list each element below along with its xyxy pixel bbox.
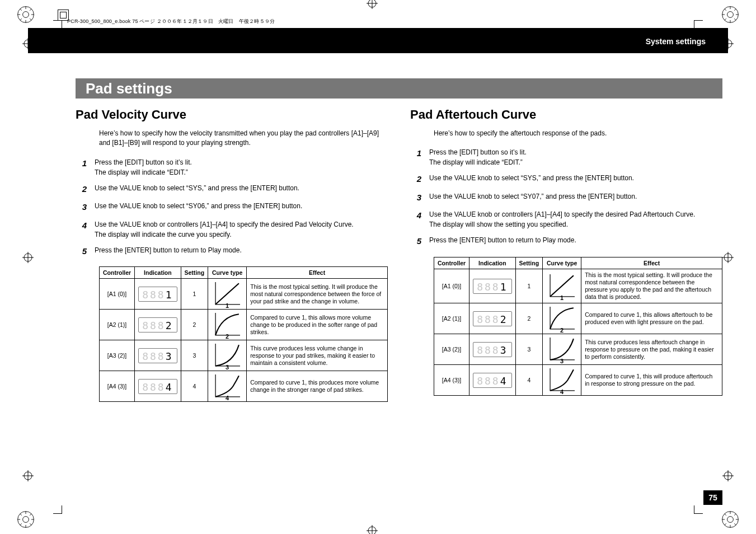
effect-cell: Compared to curve 1, this allows afterto… xyxy=(581,303,722,334)
curve-type-graph: 4 xyxy=(212,373,243,399)
crop-ornament-icon xyxy=(720,509,740,530)
curve-cell: 1 xyxy=(543,269,581,303)
steps-list: 1Press the [EDIT] button so it’s lit.The… xyxy=(410,147,722,248)
table-header: Setting xyxy=(515,257,543,269)
table-header: Indication xyxy=(469,257,515,269)
curve-type-graph: 3 xyxy=(212,343,243,368)
svg-point-7 xyxy=(727,517,734,523)
register-mark-icon xyxy=(367,0,378,9)
table-row: [A2 (1)]88822 2 Compared to curve 1, thi… xyxy=(434,303,722,334)
indication-cell: 8883 xyxy=(469,334,515,365)
heading-pad-velocity: Pad Velocity Curve xyxy=(76,107,388,122)
lcd-display: 8884 xyxy=(138,379,177,394)
page-number: 75 xyxy=(703,490,722,505)
table-header: Curve type xyxy=(543,257,581,269)
crop-ornament-icon xyxy=(720,4,740,25)
step-number: 4 xyxy=(410,209,421,229)
controller-cell: [A3 (2)] xyxy=(100,340,135,371)
curve-type-graph: 1 xyxy=(212,281,243,307)
doc-print-header: PCR-300_500_800_e.book 75 ページ ２００６年１２月１９… xyxy=(67,18,275,25)
curve-type-graph: 1 xyxy=(546,273,577,299)
step-text: Press the [EDIT] button so it’s lit.The … xyxy=(95,157,388,177)
step-subtext: The display will show the setting you sp… xyxy=(429,219,722,229)
crop-line xyxy=(53,513,62,514)
table-row: [A1 (0)]88811 1 This is the most typical… xyxy=(434,269,722,303)
step-subtext: The display will indicate “EDIT.” xyxy=(429,157,722,167)
page-content: System settings Pad settings Pad Velocit… xyxy=(28,28,728,506)
curve-type-graph: 2 xyxy=(546,306,577,331)
heading-pad-aftertouch: Pad Aftertouch Curve xyxy=(410,107,722,122)
step-text: Use the VALUE knob to select “SYS,” and … xyxy=(429,173,722,186)
indication-cell: 8884 xyxy=(469,365,515,396)
setting-cell: 3 xyxy=(181,340,208,371)
table-row: [A4 (3)]88844 4 Compared to curve 1, thi… xyxy=(100,371,388,402)
step-subtext: The display will indicate “EDIT.” xyxy=(95,167,388,177)
column-pad-aftertouch: Pad Aftertouch Curve Here’s how to speci… xyxy=(410,107,722,500)
controller-cell: [A1 (0)] xyxy=(434,269,469,303)
svg-point-1 xyxy=(23,12,29,18)
aftertouch-curve-table: ControllerIndicationSettingCurve typeEff… xyxy=(434,257,722,396)
curve-cell: 3 xyxy=(543,334,581,365)
velocity-curve-table: ControllerIndicationSettingCurve typeEff… xyxy=(99,266,388,402)
curve-cell: 4 xyxy=(208,371,247,402)
controller-cell: [A3 (2)] xyxy=(434,334,469,365)
controller-cell: [A4 (3)] xyxy=(100,371,135,402)
table-row: [A3 (2)]88833 3 This curve produces less… xyxy=(434,334,722,365)
table-header: Controller xyxy=(434,257,469,269)
table-header: Effect xyxy=(581,257,722,269)
step-item: 2Use the VALUE knob to select “SYS,” and… xyxy=(76,183,388,196)
controller-cell: [A1 (0)] xyxy=(100,279,135,310)
setting-cell: 1 xyxy=(181,279,208,310)
table-row: [A4 (3)]88844 4 Compared to curve 1, thi… xyxy=(434,365,722,396)
step-text: Press the [ENTER] button to return to Pl… xyxy=(95,245,388,258)
step-number: 2 xyxy=(410,173,421,186)
step-number: 4 xyxy=(76,219,87,240)
curve-type-graph: 4 xyxy=(546,367,577,393)
lcd-display: 8882 xyxy=(473,311,511,326)
curve-cell: 2 xyxy=(543,303,581,334)
curve-label: 3 xyxy=(212,364,243,371)
crop-line xyxy=(694,513,703,514)
step-item: 1Press the [EDIT] button so it’s lit.The… xyxy=(410,147,722,167)
table-header: Controller xyxy=(100,267,135,279)
curve-label: 2 xyxy=(546,327,577,334)
step-item: 2Use the VALUE knob to select “SYS,” and… xyxy=(410,173,722,186)
step-number: 1 xyxy=(76,157,87,177)
effect-cell: This is the most typical setting. It wil… xyxy=(247,279,388,310)
section-header: System settings xyxy=(28,28,728,53)
curve-label: 1 xyxy=(546,294,577,301)
indication-cell: 8882 xyxy=(135,310,181,340)
step-subtext: The display will indicate the curve you … xyxy=(95,229,388,240)
steps-list: 1Press the [EDIT] button so it’s lit.The… xyxy=(76,157,388,258)
step-text: Use the VALUE knob to select “SY06,” and… xyxy=(95,201,388,214)
step-item: 3Use the VALUE knob to select “SY07,” an… xyxy=(410,191,722,204)
crop-line xyxy=(694,20,694,29)
controller-cell: [A2 (1)] xyxy=(434,303,469,334)
intro-text: Here’s how to specify how the velocity t… xyxy=(99,129,388,148)
step-text: Use the VALUE knob or controllers [A1]–[… xyxy=(95,219,388,240)
register-mark-icon xyxy=(367,525,378,534)
step-text: Use the VALUE knob or controllers [A1]–[… xyxy=(429,209,722,229)
curve-label: 2 xyxy=(212,333,243,340)
curve-cell: 1 xyxy=(208,279,247,310)
page-title-bar: Pad settings xyxy=(76,78,722,99)
column-pad-velocity: Pad Velocity Curve Here’s how to specify… xyxy=(76,107,388,500)
table-header: Effect xyxy=(247,267,388,279)
table-row: [A1 (0)]88811 1 This is the most typical… xyxy=(100,279,388,310)
indication-cell: 8881 xyxy=(135,279,181,310)
table-header: Indication xyxy=(135,267,181,279)
lcd-display: 8883 xyxy=(473,342,511,357)
step-number: 1 xyxy=(410,147,421,167)
page-title: Pad settings xyxy=(86,80,172,97)
step-item: 5Press the [ENTER] button to return to P… xyxy=(410,235,722,248)
lcd-display: 8884 xyxy=(473,373,511,388)
step-text: Use the VALUE knob to select “SYS,” and … xyxy=(95,183,388,196)
curve-label: 1 xyxy=(212,302,243,309)
intro-text: Here’s how to specify the aftertouch res… xyxy=(434,129,722,138)
effect-cell: Compared to curve 1, this will produce a… xyxy=(581,365,722,396)
step-item: 1Press the [EDIT] button so it’s lit.The… xyxy=(76,157,388,177)
effect-cell: This is the most typical setting. It wil… xyxy=(581,269,722,303)
crop-ornament-icon xyxy=(16,509,36,530)
crop-ornament-icon xyxy=(16,4,36,25)
setting-cell: 4 xyxy=(515,365,543,396)
